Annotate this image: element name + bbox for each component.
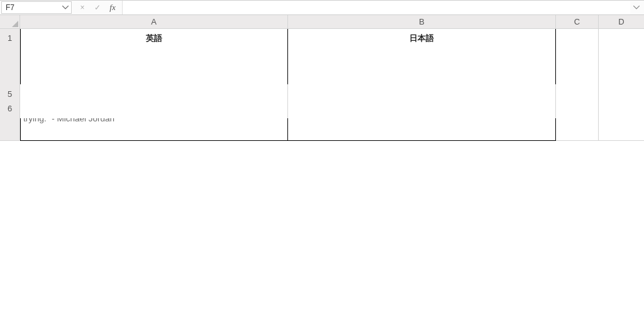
col-header-C[interactable]: C <box>556 15 599 29</box>
col-header-B[interactable]: B <box>288 15 556 29</box>
cell-D6[interactable] <box>599 98 644 118</box>
select-all-corner[interactable] <box>0 15 20 29</box>
name-box[interactable] <box>1 1 72 14</box>
formula-input[interactable] <box>122 1 630 14</box>
formula-bar-buttons: × ✓ fx <box>77 2 118 13</box>
col-header-A[interactable]: A <box>20 15 288 29</box>
name-box-input[interactable] <box>1 1 72 14</box>
cell-A6[interactable] <box>20 98 288 118</box>
accept-button[interactable]: ✓ <box>92 2 103 13</box>
formula-bar: × ✓ fx <box>0 0 644 15</box>
row-header-6[interactable]: 6 <box>0 98 20 118</box>
spreadsheet-grid[interactable]: A B C D 1 英語 日本語 2 Let me introduce some… <box>0 15 644 112</box>
cell-B6[interactable] <box>288 98 556 118</box>
fx-button[interactable]: fx <box>107 2 118 13</box>
cancel-button[interactable]: × <box>77 2 88 13</box>
col-header-D[interactable]: D <box>599 15 644 29</box>
cell-C6[interactable] <box>556 98 599 118</box>
formula-bar-expand-icon[interactable] <box>630 6 643 9</box>
